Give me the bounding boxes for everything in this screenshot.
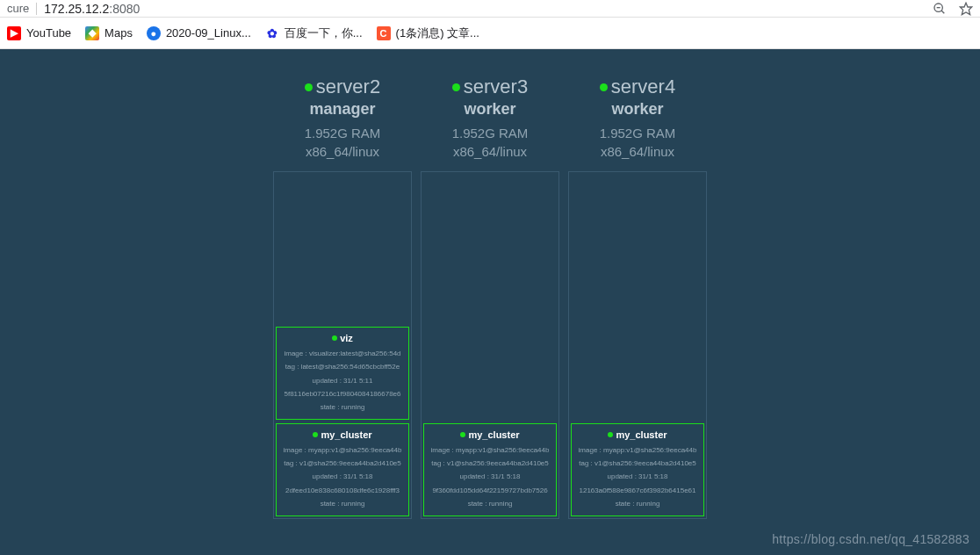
tasks-area: my_cluster image : myapp:v1@sha256:9eeca…	[568, 171, 707, 519]
task-title: my_cluster	[426, 429, 554, 440]
node-ram: 1.952G RAM	[305, 126, 381, 141]
watermark: https://blog.csdn.net/qq_41582883	[772, 532, 969, 546]
bookmark-maps[interactable]: ◆ Maps	[85, 26, 133, 40]
baidu-icon: ✿	[265, 26, 279, 40]
task-image: image : myapp:v1@sha256:9eeca44b	[426, 443, 554, 457]
browser-actions	[933, 2, 973, 16]
task-name: viz	[340, 333, 353, 343]
task-updated: updated : 31/1 5:11	[278, 374, 407, 387]
zoom-icon[interactable]	[933, 2, 947, 16]
status-dot-icon	[313, 432, 318, 437]
divider	[36, 3, 37, 15]
svg-line-1	[941, 11, 944, 13]
bookmark-label: YouTube	[26, 26, 71, 40]
url-host: 172.25.12.2	[44, 2, 109, 16]
bookmark-label: Maps	[104, 26, 133, 40]
tasks-area: viz image : visualizer:latest@sha256:54d…	[273, 171, 412, 519]
task-state: state : running	[426, 497, 554, 510]
bookmark-label: 百度一下，你...	[285, 25, 363, 41]
bookmark-linux[interactable]: ● 2020-09_Linux...	[147, 26, 251, 40]
bookmark-youtube[interactable]: ▶ YouTube	[7, 26, 71, 40]
star-icon[interactable]	[959, 2, 973, 16]
task-name: my_cluster	[321, 429, 371, 440]
maps-icon: ◆	[85, 26, 99, 40]
nodes-wrapper: server2 manager 1.952G RAM x86_64/linux …	[0, 67, 980, 519]
node-title: server4	[600, 76, 676, 98]
task-image: image : myapp:v1@sha256:9eeca44b	[573, 443, 702, 457]
tasks-area: my_cluster image : myapp:v1@sha256:9eeca…	[421, 171, 559, 519]
task-tag: tag : v1@sha256:9eeca44ba2d410e5	[278, 457, 407, 470]
task-tag: tag : v1@sha256:9eeca44ba2d410e5	[573, 457, 702, 470]
status-dot-icon	[332, 335, 337, 341]
task-card[interactable]: my_cluster image : myapp:v1@sha256:9eeca…	[423, 423, 557, 516]
globe-icon: ●	[147, 26, 161, 40]
task-id: 5f8116eb07216c1f9804084186678e6	[278, 387, 407, 400]
status-dot-icon	[305, 83, 313, 91]
node-name: server3	[464, 76, 528, 98]
node-title: server3	[452, 76, 529, 98]
task-image: image : myapp:v1@sha256:9eeca44b	[278, 443, 407, 457]
node-column: server4 worker 1.952G RAM x86_64/linux m…	[564, 67, 711, 519]
csdn-icon: C	[377, 26, 391, 40]
task-id: 12163a0f588e9867c6f3982b6415e61	[573, 484, 702, 497]
node-header: server4 worker 1.952G RAM x86_64/linux	[600, 67, 676, 164]
bookmark-baidu[interactable]: ✿ 百度一下，你...	[265, 25, 363, 41]
node-role: worker	[600, 100, 676, 119]
task-card[interactable]: my_cluster image : myapp:v1@sha256:9eeca…	[276, 423, 409, 516]
node-column: server3 worker 1.952G RAM x86_64/linux m…	[416, 67, 564, 519]
status-dot-icon	[452, 83, 460, 91]
task-id: 2dfeed10e838c680108dfe6c1928fff3	[278, 484, 407, 497]
node-role: manager	[305, 100, 381, 119]
address-bar: cure 172.25.12.2:8080	[0, 0, 980, 18]
node-title: server2	[305, 76, 381, 98]
task-tag: tag : latest@sha256:54d65cbcbff52e	[278, 360, 407, 373]
bookmark-label: 2020-09_Linux...	[166, 26, 251, 40]
task-card[interactable]: my_cluster image : myapp:v1@sha256:9eeca…	[571, 423, 704, 516]
url-display[interactable]: 172.25.12.2:8080	[44, 2, 140, 16]
task-title: my_cluster	[573, 429, 702, 440]
node-arch: x86_64/linux	[600, 144, 676, 159]
task-updated: updated : 31/1 5:18	[426, 470, 554, 483]
node-ram: 1.952G RAM	[600, 126, 676, 141]
task-state: state : running	[278, 400, 407, 414]
status-dot-icon	[608, 432, 613, 437]
node-ram: 1.952G RAM	[452, 126, 529, 141]
node-column: server2 manager 1.952G RAM x86_64/linux …	[269, 67, 416, 519]
node-arch: x86_64/linux	[452, 144, 529, 159]
url-port: :8080	[109, 2, 140, 16]
task-state: state : running	[278, 497, 407, 510]
swarm-visualizer: server2 manager 1.952G RAM x86_64/linux …	[0, 49, 980, 555]
node-role: worker	[452, 100, 529, 119]
status-dot-icon	[460, 432, 465, 437]
node-name: server4	[611, 76, 675, 98]
bookmark-label: (1条消息) 文章...	[396, 25, 479, 41]
svg-marker-3	[960, 3, 971, 14]
node-name: server2	[316, 76, 380, 98]
bookmark-csdn[interactable]: C (1条消息) 文章...	[377, 25, 479, 41]
node-arch: x86_64/linux	[305, 144, 381, 159]
node-header: server2 manager 1.952G RAM x86_64/linux	[305, 67, 381, 164]
status-dot-icon	[600, 83, 608, 91]
task-state: state : running	[573, 497, 702, 510]
task-image: image : visualizer:latest@sha256:54d	[278, 347, 407, 360]
task-title: my_cluster	[278, 429, 407, 440]
task-tag: tag : v1@sha256:9eeca44ba2d410e5	[426, 457, 554, 470]
security-label: cure	[7, 2, 29, 15]
bookmarks-bar: ▶ YouTube ◆ Maps ● 2020-09_Linux... ✿ 百度…	[0, 18, 980, 49]
task-name: my_cluster	[616, 429, 667, 440]
task-title: viz	[278, 333, 407, 343]
task-name: my_cluster	[468, 429, 519, 440]
task-card[interactable]: viz image : visualizer:latest@sha256:54d…	[276, 327, 409, 420]
youtube-icon: ▶	[7, 26, 21, 40]
task-id: 9f360fdd105dd64f22159727bdb7526	[426, 484, 554, 497]
task-updated: updated : 31/1 5:18	[278, 470, 407, 483]
node-header: server3 worker 1.952G RAM x86_64/linux	[452, 67, 529, 164]
task-updated: updated : 31/1 5:18	[573, 470, 702, 483]
